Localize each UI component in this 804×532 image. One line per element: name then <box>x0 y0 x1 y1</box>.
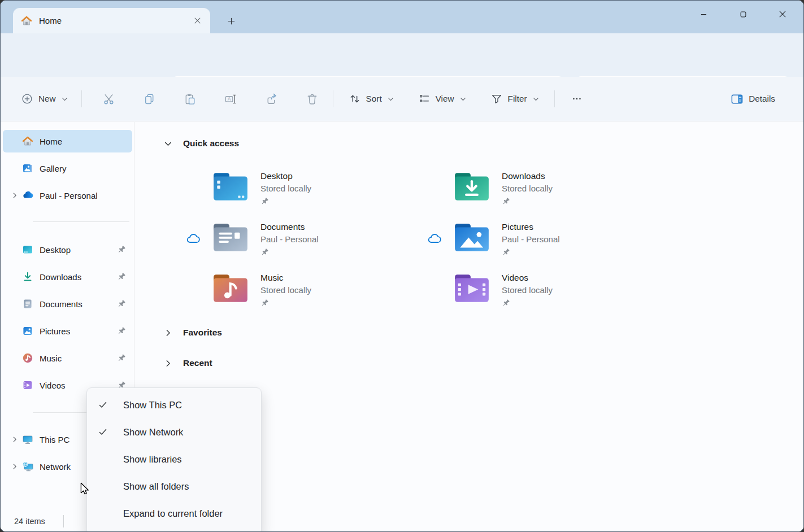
videos-folder-icon <box>453 272 490 304</box>
pin-icon <box>117 326 126 335</box>
item-status: Paul - Personal <box>260 233 319 246</box>
this-pc-icon <box>22 434 33 445</box>
chevron-right-icon[interactable] <box>11 435 19 443</box>
section-quick-access[interactable]: Quick access <box>163 136 239 151</box>
view-button[interactable]: View <box>412 88 472 110</box>
view-icon <box>418 93 431 105</box>
check-icon <box>98 428 107 437</box>
tab-home[interactable]: Home <box>13 8 210 33</box>
more-options-button[interactable] <box>564 88 590 110</box>
chevron-down-icon <box>387 95 394 103</box>
menu-item-show-libraries[interactable]: Show libraries <box>87 446 261 473</box>
share-icon <box>265 93 278 106</box>
menu-item-label: Show This PC <box>123 400 182 411</box>
toolbar-divider <box>554 90 555 107</box>
menu-item-show-this-pc[interactable]: Show This PC <box>87 391 261 418</box>
quick-access-item-desktop[interactable]: Desktop Stored locally <box>181 166 419 215</box>
chevron-right-icon[interactable] <box>163 328 173 338</box>
navigation-bar: Home <box>1 33 803 77</box>
sort-icon <box>349 93 361 105</box>
file-explorer-window: Home Home <box>0 0 804 532</box>
minimize-button[interactable] <box>686 1 720 27</box>
filter-icon <box>490 93 503 105</box>
close-button[interactable] <box>766 1 799 27</box>
chevron-down-icon[interactable] <box>163 139 173 149</box>
network-icon <box>22 461 33 472</box>
menu-item-show-all-folders[interactable]: Show all folders <box>87 473 261 500</box>
item-name: Downloads <box>502 169 553 182</box>
pin-icon <box>117 354 126 363</box>
sidebar-item-documents[interactable]: Documents <box>3 293 132 315</box>
chevron-right-icon[interactable] <box>11 191 19 199</box>
menu-item-expand-to-current-folder[interactable]: Expand to current folder <box>87 500 261 527</box>
delete-button[interactable] <box>299 88 325 110</box>
items-count: 24 items <box>14 517 45 526</box>
item-status: Stored locally <box>502 284 553 296</box>
cut-button[interactable] <box>96 88 122 110</box>
share-button[interactable] <box>259 88 285 110</box>
maximize-button[interactable] <box>726 1 760 27</box>
sidebar-item-downloads[interactable]: Downloads <box>3 265 132 288</box>
tab-title: Home <box>39 16 190 25</box>
item-name: Documents <box>260 220 319 233</box>
details-button[interactable]: Details <box>725 88 781 110</box>
sidebar-item-label: Downloads <box>40 272 117 282</box>
context-menu: Show This PC Show Network Show libraries… <box>86 387 262 532</box>
sidebar-item-onedrive[interactable]: Paul - Personal <box>3 184 132 207</box>
copy-button[interactable] <box>137 88 163 110</box>
paste-icon <box>184 93 197 106</box>
sidebar-item-gallery[interactable]: Gallery <box>3 157 132 180</box>
filter-button[interactable]: Filter <box>485 88 545 110</box>
cloud-sync-icon <box>427 232 442 246</box>
quick-access-item-pictures[interactable]: Pictures Paul - Personal <box>423 217 660 265</box>
item-name: Desktop <box>260 169 311 182</box>
sidebar-item-label: Gallery <box>40 164 132 173</box>
chevron-down-icon <box>459 95 467 103</box>
cut-icon <box>102 93 115 106</box>
quick-access-item-documents[interactable]: Documents Paul - Personal <box>181 217 419 265</box>
chevron-right-icon[interactable] <box>163 359 173 368</box>
menu-item-label: Expand to current folder <box>123 508 223 519</box>
home-icon <box>22 136 33 147</box>
quick-access-item-downloads[interactable]: Downloads Stored locally <box>423 166 660 215</box>
quick-access-item-music[interactable]: Music Stored locally <box>181 268 419 316</box>
new-button[interactable]: New <box>15 88 74 110</box>
pin-icon <box>502 248 510 256</box>
pin-icon <box>117 299 126 308</box>
section-label: Favorites <box>183 328 222 338</box>
home-icon <box>21 15 32 27</box>
copy-icon <box>143 93 156 106</box>
menu-item-show-network[interactable]: Show Network <box>87 418 261 446</box>
new-tab-button[interactable] <box>223 13 239 29</box>
gallery-icon <box>22 163 33 174</box>
desktop-folder-icon <box>212 171 249 202</box>
chevron-down-icon <box>532 95 540 103</box>
music-folder-icon <box>212 272 249 304</box>
sort-button[interactable]: Sort <box>343 88 400 110</box>
sidebar-item-home[interactable]: Home <box>3 130 132 152</box>
trash-icon <box>306 93 319 106</box>
sidebar-item-desktop[interactable]: Desktop <box>3 238 132 261</box>
window-controls <box>686 1 799 27</box>
downloads-icon <box>22 271 33 282</box>
status-divider <box>63 515 64 527</box>
rename-button[interactable] <box>218 88 244 110</box>
item-status: Stored locally <box>260 284 311 296</box>
sidebar-item-pictures[interactable]: Pictures <box>3 320 132 342</box>
quick-access-item-videos[interactable]: Videos Stored locally <box>423 268 660 316</box>
item-name: Videos <box>502 271 553 284</box>
cloud-sync-icon <box>186 232 201 246</box>
maximize-icon <box>740 11 746 18</box>
toolbar-divider <box>333 90 333 107</box>
sidebar-item-label: Paul - Personal <box>40 191 132 200</box>
pin-icon <box>117 245 126 254</box>
sidebar-item-music[interactable]: Music <box>3 347 132 369</box>
tab-close-button[interactable] <box>190 14 205 28</box>
paste-button[interactable] <box>177 88 203 110</box>
chevron-right-icon[interactable] <box>11 463 19 470</box>
close-icon <box>779 11 786 18</box>
check-icon <box>98 400 107 409</box>
section-favorites[interactable]: Favorites <box>163 325 222 341</box>
section-recent[interactable]: Recent <box>163 355 212 371</box>
sidebar-item-label: Pictures <box>40 326 117 336</box>
